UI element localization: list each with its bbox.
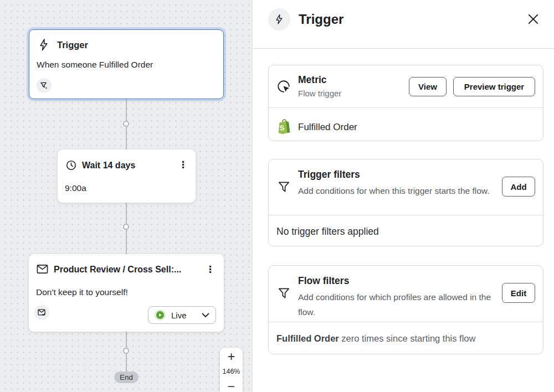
card-divider <box>269 322 543 322</box>
flow-filters-status: Fulfilled Order zero times since startin… <box>276 333 475 344</box>
wait-node-time: 9:00a <box>65 183 86 193</box>
flow-end-label: End <box>114 372 138 383</box>
chevron-down-icon <box>202 313 209 318</box>
email-node[interactable]: Product Review / Cross Sell:... ⋮ Don't … <box>29 254 224 332</box>
svg-text:S: S <box>279 124 285 132</box>
view-button[interactable]: View <box>409 77 447 96</box>
trigger-filter-chip[interactable] <box>37 78 52 93</box>
flow-canvas[interactable]: Trigger When someone Fulfilled Order W <box>0 0 252 392</box>
edit-button[interactable]: Edit <box>502 283 535 303</box>
connector-dot[interactable] <box>123 224 129 230</box>
metric-card-title: Metric <box>298 74 327 86</box>
email-status-chip <box>34 305 49 320</box>
email-node-title: Product Review / Cross Sell:... <box>54 265 181 275</box>
flow-filters-description: Add conditions for which profiles are al… <box>298 290 493 319</box>
email-node-menu-button[interactable]: ⋮ <box>203 264 217 275</box>
panel-title: Trigger <box>299 12 343 27</box>
add-button[interactable]: Add <box>502 177 535 197</box>
connector-dot[interactable] <box>123 348 129 354</box>
trigger-node-title: Trigger <box>57 40 88 50</box>
metric-card: Metric Flow trigger View Preview trigger… <box>268 65 543 141</box>
clock-icon <box>66 160 76 171</box>
funnel-person-icon <box>40 81 48 90</box>
flow-filters-card: Flow filters Add conditions for which pr… <box>268 265 543 354</box>
wait-node-title: Wait 14 days <box>82 161 135 171</box>
envelope-check-icon <box>38 309 46 316</box>
trigger-filters-description: Add conditions for when this trigger sta… <box>298 184 493 199</box>
envelope-icon <box>37 264 48 274</box>
zoom-controls: + 146% − <box>220 348 243 392</box>
card-divider <box>269 107 543 108</box>
panel-header: Trigger <box>253 0 554 49</box>
trigger-detail-panel: Trigger Metric Flow trigger View Preview… <box>252 0 554 392</box>
trigger-node-description: When someone Fulfilled Order <box>37 60 153 70</box>
email-status-dropdown[interactable]: Live <box>148 306 216 324</box>
trigger-filters-title: Trigger filters <box>298 169 360 180</box>
shopify-icon: S <box>276 118 292 135</box>
flow-filters-status-metric: Fulfilled Order <box>276 333 339 343</box>
wait-node-menu-button[interactable]: ⋮ <box>176 159 190 171</box>
wait-node[interactable]: Wait 14 days ⋮ 9:00a <box>58 149 196 203</box>
metric-card-subtitle: Flow trigger <box>298 89 341 98</box>
zoom-in-button[interactable]: + <box>220 348 243 365</box>
lightning-bolt-icon <box>37 38 50 51</box>
preview-trigger-button[interactable]: Preview trigger <box>453 77 535 96</box>
trigger-badge <box>268 8 290 30</box>
close-icon[interactable] <box>525 11 541 27</box>
funnel-icon <box>278 180 290 193</box>
flow-filters-title: Flow filters <box>298 275 349 287</box>
email-node-subject: Don't keep it to yourself! <box>36 287 128 297</box>
flow-editor: Trigger When someone Fulfilled Order W <box>0 0 554 392</box>
live-status-icon <box>155 310 166 321</box>
zoom-out-button[interactable]: − <box>220 378 243 392</box>
metric-name: Fulfilled Order <box>298 122 357 133</box>
zoom-level: 146% <box>220 365 243 378</box>
funnel-icon <box>278 287 290 300</box>
card-divider <box>269 215 543 215</box>
flow-filters-status-rest: zero times since starting this flow <box>339 333 476 343</box>
trigger-filters-empty-state: No trigger filters applied <box>276 226 379 238</box>
lightning-bolt-icon <box>274 14 285 25</box>
trigger-node[interactable]: Trigger When someone Fulfilled Order <box>29 29 224 99</box>
email-status-label: Live <box>171 311 187 320</box>
trigger-filters-card: Trigger filters Add conditions for when … <box>268 159 543 246</box>
metric-click-icon <box>276 79 291 94</box>
connector-dot[interactable] <box>123 121 129 127</box>
